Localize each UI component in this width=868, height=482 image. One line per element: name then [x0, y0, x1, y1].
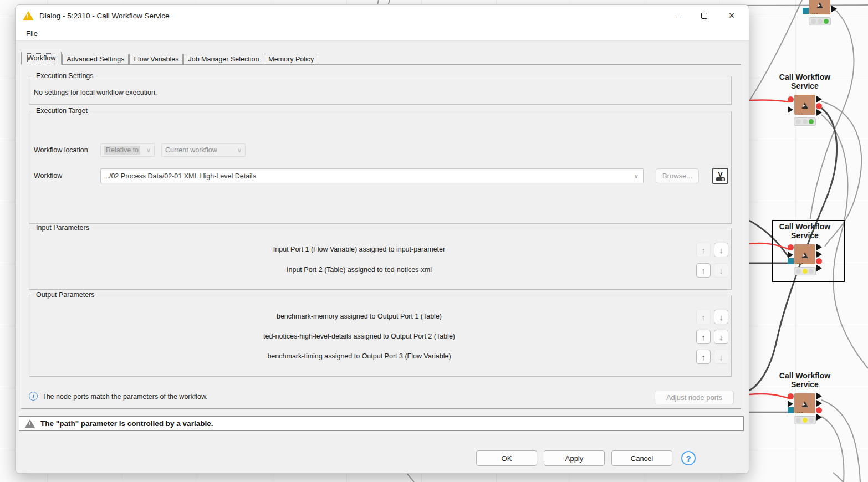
tab-label: Advanced Settings: [67, 55, 124, 63]
flow-variable-button[interactable]: V: [712, 168, 728, 184]
tab-workflow[interactable]: Workflow: [21, 52, 62, 65]
table-input-port[interactable]: [788, 106, 793, 113]
call-workflow-icon: ▲▸...: [794, 244, 815, 264]
warning-icon: !: [25, 419, 35, 428]
param-text: benchmark-timing assigned to Output Port…: [29, 352, 689, 360]
light-yellow: [803, 418, 808, 423]
move-down-button[interactable]: ↓: [714, 330, 728, 344]
table-output-port[interactable]: [816, 400, 822, 407]
table-input-port-2[interactable]: [788, 407, 794, 413]
tab-flow-variables[interactable]: Flow Variables: [129, 54, 183, 65]
flow-variable-input-port[interactable]: [788, 244, 794, 250]
variable-icon-bar: [716, 177, 725, 181]
group-legend: Execution Settings: [34, 72, 96, 80]
up-arrow-icon: ↑: [701, 312, 706, 322]
close-button[interactable]: ×: [719, 5, 744, 26]
node-label: Call Workflow Service: [773, 222, 837, 240]
workflow-location-label: Workflow location: [34, 146, 88, 154]
location-type-select[interactable]: Relative to ∨: [100, 143, 155, 157]
table-input-port[interactable]: [803, 8, 809, 14]
flow-variable-input-port[interactable]: [788, 393, 794, 399]
menu-file[interactable]: File: [23, 28, 41, 39]
param-text: ted-notices-high-level-details assigned …: [29, 332, 689, 340]
traffic-light: [809, 17, 831, 25]
node-body[interactable]: ▲▸...: [794, 95, 815, 115]
node-partial-top[interactable]: ▲▸...: [788, 0, 852, 25]
move-down-button[interactable]: ↓: [714, 263, 728, 278]
workflow-label: Workflow: [34, 172, 62, 180]
location-base-select[interactable]: Current workflow ∨: [161, 143, 246, 157]
maximize-icon: [701, 13, 707, 19]
tab-memory-policy[interactable]: Memory Policy: [264, 54, 318, 65]
browse-button[interactable]: Browse...: [656, 168, 699, 183]
light-red: [796, 418, 801, 423]
move-up-button[interactable]: ↑: [696, 330, 711, 344]
table-output-port[interactable]: [816, 265, 822, 271]
flow-variable-output-port[interactable]: [816, 103, 822, 109]
move-up-button[interactable]: ↑: [696, 350, 711, 364]
node-body[interactable]: ▲▸...: [809, 0, 830, 14]
cancel-button[interactable]: Cancel: [611, 450, 672, 466]
maximize-button[interactable]: [691, 5, 717, 26]
help-button[interactable]: ?: [681, 451, 696, 465]
move-up-button[interactable]: ↑: [696, 263, 711, 278]
call-workflow-icon: ▲▸...: [794, 393, 815, 413]
move-down-button[interactable]: ↓: [714, 243, 728, 257]
action-button-row: OK Apply Cancel ?: [16, 450, 749, 467]
flow-variable-output-port[interactable]: [816, 407, 822, 413]
execution-settings-message: No settings for local workflow execution…: [34, 89, 157, 96]
down-arrow-icon: ↓: [719, 332, 723, 342]
node-call-workflow-service-3[interactable]: Call Workflow Service ▲▸...: [773, 371, 837, 424]
down-arrow-icon: ↓: [719, 312, 723, 322]
apply-button[interactable]: Apply: [544, 450, 605, 466]
move-up-button[interactable]: ↑: [696, 310, 711, 324]
node-call-workflow-service-1[interactable]: Call Workflow Service ▲▸...: [773, 73, 837, 126]
warning-text: The "path" parameter is controlled by a …: [40, 419, 213, 428]
tab-bar: Workflow Advanced Settings Flow Variable…: [21, 52, 319, 65]
table-output-port[interactable]: [816, 393, 822, 399]
workflow-path-value: ../02 Process Data/02-01 XML High-Level …: [105, 172, 256, 180]
table-output-port[interactable]: [816, 414, 822, 421]
workflow-tab-panel: Execution Settings No settings for local…: [21, 64, 741, 409]
chevron-down-icon: ∨: [634, 172, 639, 180]
status-row: i The node ports match the parameters of…: [29, 391, 734, 405]
light-yellow: [803, 269, 808, 274]
light-green: [809, 269, 814, 274]
table-output-port[interactable]: [816, 96, 822, 102]
execution-target-group: Execution Target Workflow location Relat…: [29, 111, 732, 224]
workflow-path-combobox[interactable]: ../02 Process Data/02-01 XML High-Level …: [100, 168, 644, 183]
param-text: Input Port 1 (Flow Variable) assigned to…: [29, 245, 689, 253]
minimize-button[interactable]: –: [666, 5, 691, 26]
chevron-down-icon: ∨: [233, 147, 242, 154]
info-icon: i: [29, 392, 38, 401]
node-label: Call Workflow Service: [773, 371, 837, 389]
move-up-button[interactable]: ↑: [696, 243, 711, 257]
light-green: [809, 119, 814, 124]
node-body[interactable]: ▲▸...: [794, 244, 815, 264]
tab-advanced-settings[interactable]: Advanced Settings: [62, 54, 129, 65]
flow-variable-input-port[interactable]: [788, 96, 794, 102]
adjust-node-ports-button[interactable]: Adjust node ports: [655, 391, 734, 404]
variable-icon: V: [718, 171, 723, 177]
tab-job-manager-selection[interactable]: Job Manager Selection: [183, 54, 263, 65]
group-legend: Output Parameters: [34, 291, 97, 299]
table-input-port[interactable]: [788, 252, 793, 258]
call-workflow-service-dialog: ! Dialog - 5:2310 - Call Workflow Servic…: [15, 4, 749, 474]
title-bar[interactable]: ! Dialog - 5:2310 - Call Workflow Servic…: [16, 5, 749, 26]
move-down-button[interactable]: ↓: [714, 310, 728, 324]
tab-label: Flow Variables: [134, 55, 178, 63]
flow-variable-output-port[interactable]: [816, 258, 822, 264]
param-row: Input Port 2 (Table) assigned to ted-not…: [29, 263, 731, 278]
traffic-light: [794, 267, 816, 275]
node-call-workflow-service-2[interactable]: Call Workflow Service ▲▸...: [773, 222, 837, 275]
table-output-port[interactable]: [831, 6, 837, 12]
call-workflow-icon: ▲▸...: [809, 0, 830, 14]
table-output-port[interactable]: [816, 251, 822, 258]
move-down-button[interactable]: ↓: [714, 350, 728, 364]
node-body[interactable]: ▲▸...: [794, 393, 815, 413]
table-input-port-2[interactable]: [788, 258, 794, 264]
table-output-port[interactable]: [816, 109, 822, 116]
table-input-port[interactable]: [788, 401, 793, 407]
ok-button[interactable]: OK: [476, 450, 537, 466]
table-output-port[interactable]: [816, 244, 822, 250]
